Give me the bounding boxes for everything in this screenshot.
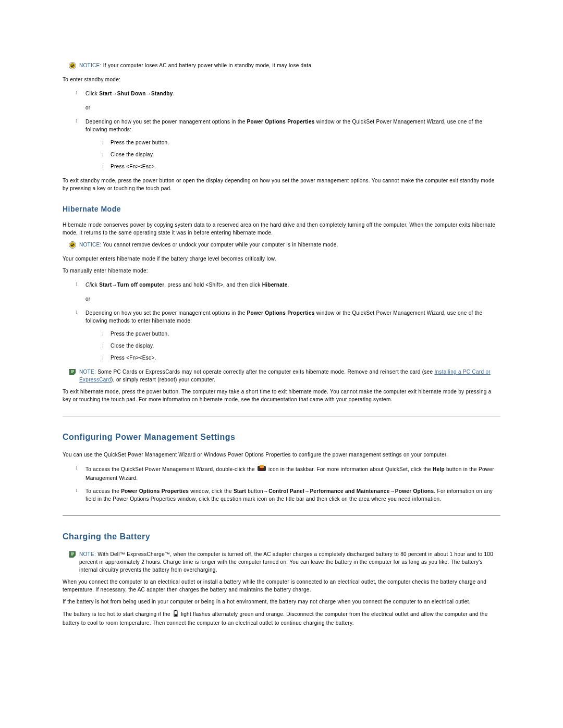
notice-row: NOTICE: You cannot remove devices or und… bbox=[63, 241, 500, 251]
note-body: With Dell™ ExpressCharge™, when the comp… bbox=[79, 551, 493, 573]
list-item: Press <Fn><Esc>. bbox=[104, 163, 500, 170]
notice-text: NOTICE: If your computer loses AC and ba… bbox=[79, 61, 500, 69]
section-divider bbox=[63, 515, 500, 516]
note-body-pre: Some PC Cards or ExpressCards may not op… bbox=[96, 369, 434, 375]
svg-rect-6 bbox=[260, 465, 264, 468]
note-icon bbox=[69, 368, 76, 378]
notice-label: NOTICE: bbox=[79, 242, 102, 248]
list-item: Close the display. bbox=[104, 151, 500, 158]
list-item: Press <Fn><Esc>. bbox=[104, 354, 500, 362]
note-row: NOTE: With Dell™ ExpressCharge™, when th… bbox=[63, 550, 500, 574]
notice-row: NOTICE: If your computer loses AC and ba… bbox=[63, 61, 500, 71]
hibernate-sublist: Press the power button. Close the displa… bbox=[85, 330, 500, 362]
svg-rect-8 bbox=[70, 552, 76, 558]
note-label: NOTE: bbox=[79, 369, 96, 375]
standby-list-2: Depending on how you set the power manag… bbox=[63, 118, 500, 170]
list-item: To access the Power Options Properties w… bbox=[79, 487, 500, 503]
list-item: Click Start→Turn off computer, press and… bbox=[79, 281, 500, 289]
note-row: NOTE: Some PC Cards or ExpressCards may … bbox=[63, 368, 500, 384]
hibernate-p3: To manually enter hibernate mode: bbox=[63, 267, 500, 275]
note-body-post: ), or simply restart (reboot) your compu… bbox=[111, 377, 215, 382]
list-item: Click Start→Shut Down→Standby. bbox=[79, 90, 500, 97]
svg-rect-11 bbox=[175, 614, 177, 616]
note-text: NOTE: Some PC Cards or ExpressCards may … bbox=[79, 368, 500, 384]
svg-point-7 bbox=[261, 468, 263, 470]
charging-p3: The battery is too hot to start charging… bbox=[63, 610, 500, 627]
standby-intro: To enter standby mode: bbox=[63, 76, 500, 83]
notice-body: You cannot remove devices or undock your… bbox=[102, 242, 338, 248]
svg-rect-10 bbox=[175, 610, 177, 611]
notice-icon bbox=[69, 241, 76, 251]
note-text: NOTE: With Dell™ ExpressCharge™, when th… bbox=[79, 550, 500, 574]
hibernate-exit: To exit hibernate mode, press the power … bbox=[63, 388, 500, 403]
hibernate-p1: Hibernate mode conserves power by copyin… bbox=[63, 221, 500, 237]
section-divider bbox=[63, 416, 500, 416]
list-item: Depending on how you set the power manag… bbox=[79, 309, 500, 362]
list-item: To access the QuickSet Power Management … bbox=[79, 465, 500, 482]
battery-icon bbox=[173, 610, 178, 619]
charging-p1: When you connect the computer to an elec… bbox=[63, 578, 500, 594]
svg-point-1 bbox=[70, 63, 75, 68]
note-label: NOTE: bbox=[79, 551, 96, 557]
standby-exit: To exit standby mode, press the power bu… bbox=[63, 177, 500, 192]
config-list: To access the QuickSet Power Management … bbox=[63, 465, 500, 503]
notice-text: NOTICE: You cannot remove devices or und… bbox=[79, 241, 500, 249]
hibernate-p2: Your computer enters hibernate mode if t… bbox=[63, 255, 500, 263]
hibernate-title: Hibernate Mode bbox=[63, 204, 500, 215]
config-p1: You can use the QuickSet Power Managemen… bbox=[63, 451, 500, 459]
or-text: or bbox=[85, 104, 500, 112]
svg-point-3 bbox=[70, 242, 75, 248]
list-item: Close the display. bbox=[104, 342, 500, 350]
charging-p2: If the battery is hot from being used in… bbox=[63, 598, 500, 606]
charging-title: Charging the Battery bbox=[63, 530, 500, 543]
standby-sublist: Press the power button. Close the displa… bbox=[85, 139, 500, 170]
hibernate-list-2: Depending on how you set the power manag… bbox=[63, 309, 500, 362]
hibernate-list: Click Start→Turn off computer, press and… bbox=[63, 281, 500, 289]
list-item: Press the power button. bbox=[104, 330, 500, 338]
or-text: or bbox=[85, 295, 500, 303]
standby-list: Click Start→Shut Down→Standby. bbox=[63, 90, 500, 97]
list-item: Press the power button. bbox=[104, 139, 500, 146]
config-title: Configuring Power Management Settings bbox=[63, 431, 500, 443]
notice-label: NOTICE: bbox=[79, 63, 102, 68]
svg-rect-4 bbox=[70, 369, 76, 375]
note-icon bbox=[69, 551, 76, 560]
notice-icon bbox=[69, 62, 76, 71]
notice-body: If your computer loses AC and battery po… bbox=[102, 63, 313, 68]
quickset-icon bbox=[258, 465, 266, 474]
list-item: Depending on how you set the power manag… bbox=[79, 118, 500, 170]
